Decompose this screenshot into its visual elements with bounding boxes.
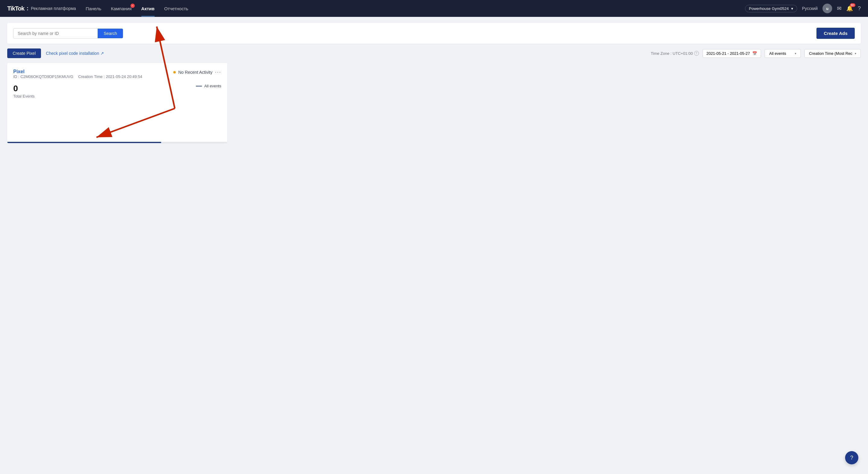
all-events-legend: All events: [196, 84, 221, 88]
external-link-icon: ↗: [100, 51, 104, 56]
help-nav-icon[interactable]: ?: [858, 5, 861, 12]
account-chevron-icon: ▾: [791, 6, 793, 11]
nav-item-campaign[interactable]: Кампания +: [111, 6, 132, 11]
search-row: Search Create Ads: [7, 23, 861, 44]
check-pixel-label: Check pixel code installation: [46, 51, 99, 56]
pixel-status: No Recent Activity ···: [173, 69, 221, 75]
pixel-stats: 0 Total Events All events: [13, 84, 221, 99]
pixel-meta: ID : C2M06OKQTD9DP15KMUVG Creation Time …: [13, 74, 142, 79]
timezone-display: Time Zone : UTC+01:00 ?: [651, 51, 699, 56]
account-name: Powerhouse Gym0524: [749, 6, 789, 11]
nav-item-aktiv[interactable]: Актив: [141, 6, 155, 11]
create-ads-button[interactable]: Create Ads: [816, 28, 855, 39]
events-dropdown-label: All events: [769, 51, 786, 56]
pixel-card-header: Pixel ID : C2M06OKQTD9DP15KMUVG Creation…: [13, 69, 221, 79]
chart-area: [13, 101, 221, 137]
search-button[interactable]: Search: [98, 29, 123, 38]
notification-badge: 9+: [850, 3, 855, 7]
sort-chevron-icon: ▾: [855, 52, 856, 55]
total-events-section: 0 Total Events: [13, 84, 35, 99]
navbar: TikTok : Рекламная платформа Панель Камп…: [0, 0, 868, 17]
pixel-creation-time: Creation Time : 2021-05-24 20:49:54: [78, 74, 142, 79]
account-selector[interactable]: Powerhouse Gym0524 ▾: [745, 5, 797, 12]
sort-dropdown-label: Creation Time (Most Rec: [809, 51, 852, 56]
scrollbar-indicator: [7, 142, 227, 143]
calendar-icon: 📅: [752, 51, 757, 56]
messages-icon[interactable]: ✉: [837, 5, 841, 12]
help-float-button[interactable]: ?: [845, 451, 858, 464]
tiktok-icon: TikTok: [7, 5, 24, 12]
notifications-icon[interactable]: 🔔 9+: [846, 5, 853, 12]
main-content: Search Create Ads Create Pixel Check pix…: [0, 17, 868, 149]
toolbar-row: Create Pixel Check pixel code installati…: [7, 48, 861, 58]
brand-separator: :: [27, 5, 29, 12]
total-events-label: Total Events: [13, 94, 35, 99]
scrollbar-thumb: [7, 142, 161, 143]
timezone-label: Time Zone : UTC+01:00: [651, 51, 692, 56]
nav-item-panel[interactable]: Панель: [86, 6, 101, 11]
pixel-card: Pixel ID : C2M06OKQTD9DP15KMUVG Creation…: [7, 63, 227, 143]
navbar-right: Powerhouse Gym0524 ▾ Русский u ✉ 🔔 9+ ?: [745, 4, 861, 13]
user-avatar[interactable]: u: [823, 4, 832, 13]
nav-links: Панель Кампания + Актив Отчетность: [86, 6, 735, 11]
sort-dropdown[interactable]: Creation Time (Most Rec ▾: [804, 49, 861, 58]
brand-subtitle: Рекламная платформа: [31, 6, 76, 11]
check-pixel-link[interactable]: Check pixel code installation ↗: [46, 51, 104, 56]
events-dropdown[interactable]: All events ▾: [765, 49, 801, 58]
status-label: No Recent Activity: [178, 70, 213, 75]
help-float-icon: ?: [850, 455, 853, 461]
status-dot-icon: [173, 71, 176, 73]
date-range-value: 2021-05-21 - 2021-05-27: [707, 51, 750, 56]
total-events-count: 0: [13, 84, 35, 93]
pixel-id: ID : C2M06OKQTD9DP15KMUVG: [13, 74, 73, 79]
timezone-help-icon[interactable]: ?: [694, 51, 699, 56]
campaign-badge: +: [130, 4, 135, 8]
toolbar-right: Time Zone : UTC+01:00 ? 2021-05-21 - 202…: [651, 49, 861, 58]
search-left: Search: [13, 28, 123, 39]
pixel-name-link[interactable]: Pixel: [13, 69, 142, 74]
events-chevron-icon: ▾: [795, 52, 796, 55]
search-input[interactable]: [13, 28, 98, 39]
language-selector[interactable]: Русский: [802, 6, 818, 11]
all-events-legend-label: All events: [204, 84, 221, 88]
nav-item-reporting[interactable]: Отчетность: [164, 6, 188, 11]
brand-logo: TikTok : Рекламная платформа: [7, 5, 76, 12]
date-range-picker[interactable]: 2021-05-21 - 2021-05-27 📅: [703, 49, 761, 58]
more-options-icon[interactable]: ···: [215, 69, 221, 75]
legend-line-icon: [196, 86, 202, 87]
pixel-card-left: Pixel ID : C2M06OKQTD9DP15KMUVG Creation…: [13, 69, 142, 79]
create-pixel-button[interactable]: Create Pixel: [7, 48, 41, 58]
